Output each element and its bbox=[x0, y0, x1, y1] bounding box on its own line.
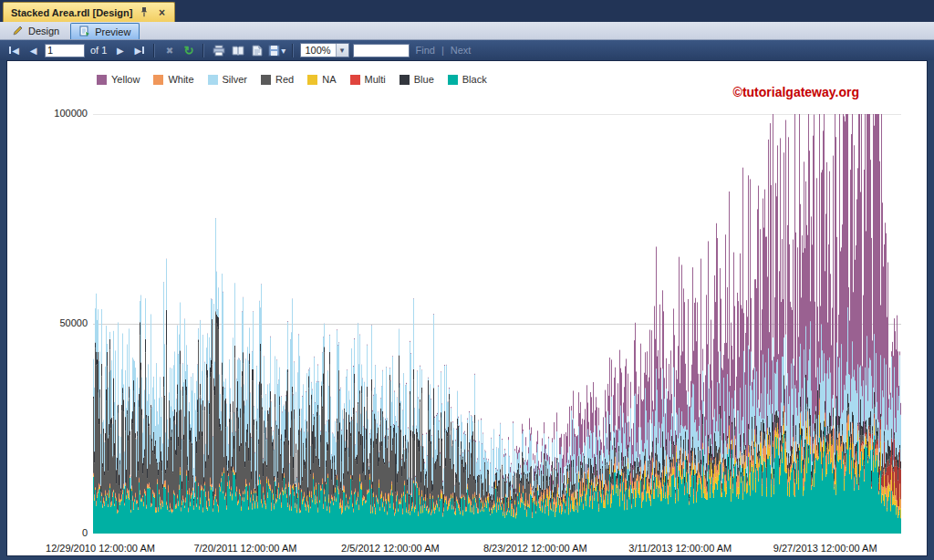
x-axis-label: 8/23/2012 12:00:00 AM bbox=[483, 543, 587, 554]
y-axis-label: 0 bbox=[7, 527, 88, 538]
x-axis-label: 2/5/2012 12:00:00 AM bbox=[341, 543, 440, 554]
toolbar-separator bbox=[202, 44, 204, 57]
x-axis-label: 7/20/2011 12:00:00 AM bbox=[193, 543, 296, 554]
toolbar-separator bbox=[292, 44, 294, 57]
toolbar-separator bbox=[153, 44, 155, 57]
document-tab-title: Stacked Area.rdl [Design] bbox=[11, 7, 132, 18]
legend-label: Red bbox=[275, 74, 294, 85]
document-tab[interactable]: Stacked Area.rdl [Design] × bbox=[3, 2, 175, 22]
legend-label: Black bbox=[462, 74, 487, 85]
find-text-input[interactable] bbox=[353, 44, 410, 57]
chart-legend: YellowWhiteSilverRedNAMultiBlueBlack bbox=[97, 74, 487, 85]
legend-swatch-icon bbox=[208, 75, 218, 85]
stop-icon: ✖ bbox=[166, 46, 173, 56]
legend-label: Yellow bbox=[111, 74, 140, 85]
preview-toolbar: ◀ ◀ of 1 ▶ ▶ ✖ ↻ ▾ 100% ▾ Find | Next bbox=[0, 40, 934, 60]
stacked-area-chart: 12/29/2010 12:00:00 AM7/20/2011 12:00:00… bbox=[93, 114, 901, 546]
view-tab-strip: Design Preview bbox=[0, 22, 934, 40]
x-axis-label: 12/29/2010 12:00:00 AM bbox=[46, 543, 155, 554]
legend-swatch-icon bbox=[261, 75, 271, 85]
print-layout-button[interactable] bbox=[230, 43, 245, 58]
close-icon[interactable]: × bbox=[156, 7, 167, 18]
page-setup-button[interactable] bbox=[249, 43, 265, 58]
legend-item: Multi bbox=[350, 74, 386, 85]
find-next-separator: | bbox=[441, 45, 444, 56]
print-layout-icon bbox=[232, 45, 244, 57]
refresh-icon: ↻ bbox=[183, 44, 193, 57]
previous-page-button[interactable]: ◀ bbox=[26, 43, 41, 58]
title-bar: Stacked Area.rdl [Design] × bbox=[0, 0, 934, 22]
legend-item: Yellow bbox=[97, 74, 140, 85]
legend-label: White bbox=[168, 74, 193, 85]
design-pencil-icon bbox=[13, 25, 24, 37]
x-axis-label: 3/11/2013 12:00:00 AM bbox=[628, 543, 732, 554]
legend-swatch-icon bbox=[350, 75, 360, 85]
legend-item: Red bbox=[261, 74, 294, 85]
legend-item: Silver bbox=[208, 74, 248, 85]
report-shell: YellowWhiteSilverRedNAMultiBlueBlack ©tu… bbox=[0, 60, 934, 560]
tab-preview-label: Preview bbox=[95, 26, 130, 37]
stop-rendering-button[interactable]: ✖ bbox=[161, 43, 177, 58]
stacked-area-canvas bbox=[93, 114, 901, 534]
pin-icon[interactable] bbox=[139, 7, 150, 18]
export-button[interactable]: ▾ bbox=[268, 43, 285, 58]
next-page-button[interactable]: ▶ bbox=[112, 43, 128, 58]
zoom-caret-icon: ▾ bbox=[336, 44, 348, 57]
tab-design[interactable]: Design bbox=[5, 23, 67, 39]
export-caret-icon: ▾ bbox=[281, 46, 285, 56]
legend-item: White bbox=[153, 74, 193, 85]
preview-report-icon bbox=[79, 26, 90, 38]
legend-swatch-icon bbox=[153, 75, 163, 85]
x-axis-label: 9/27/2013 12:00:00 AM bbox=[773, 543, 877, 554]
next-page-icon: ▶ bbox=[117, 46, 124, 56]
last-page-bar-icon bbox=[142, 47, 144, 54]
tab-design-label: Design bbox=[28, 26, 59, 36]
x-axis-labels: 12/29/2010 12:00:00 AM7/20/2011 12:00:00… bbox=[93, 543, 901, 556]
first-page-bar-icon bbox=[9, 47, 11, 54]
tab-preview[interactable]: Preview bbox=[70, 23, 140, 39]
first-page-button[interactable]: ◀ bbox=[6, 43, 22, 58]
last-page-button[interactable]: ▶ bbox=[131, 43, 147, 58]
refresh-report-button[interactable]: ↻ bbox=[181, 43, 196, 58]
legend-swatch-icon bbox=[400, 75, 410, 85]
report-page: YellowWhiteSilverRedNAMultiBlueBlack ©tu… bbox=[6, 60, 928, 556]
page-count-label: of 1 bbox=[88, 45, 109, 56]
legend-swatch-icon bbox=[307, 75, 317, 85]
next-link[interactable]: Next bbox=[448, 45, 474, 56]
legend-item: Blue bbox=[400, 74, 434, 85]
zoom-select[interactable]: 100% ▾ bbox=[300, 43, 348, 57]
watermark: ©tutorialgateway.org bbox=[733, 85, 859, 99]
page-number-input[interactable] bbox=[45, 44, 85, 57]
legend-label: Multi bbox=[365, 74, 386, 85]
legend-label: NA bbox=[322, 74, 336, 85]
legend-swatch-icon bbox=[448, 75, 458, 85]
legend-label: Silver bbox=[223, 74, 248, 85]
legend-item: NA bbox=[307, 74, 336, 85]
first-page-icon: ◀ bbox=[12, 46, 19, 56]
page-setup-icon bbox=[252, 45, 263, 57]
zoom-value: 100% bbox=[301, 44, 335, 57]
export-disk-icon bbox=[268, 45, 280, 57]
print-button[interactable] bbox=[211, 43, 226, 58]
legend-label: Blue bbox=[414, 74, 434, 85]
find-link[interactable]: Find bbox=[413, 45, 438, 56]
legend-swatch-icon bbox=[97, 75, 107, 85]
previous-page-icon: ◀ bbox=[30, 46, 37, 56]
y-axis-label: 50000 bbox=[7, 317, 88, 328]
last-page-icon: ▶ bbox=[135, 46, 142, 56]
printer-icon bbox=[213, 45, 225, 57]
legend-item: Black bbox=[448, 74, 487, 85]
y-axis-label: 100000 bbox=[7, 108, 88, 119]
